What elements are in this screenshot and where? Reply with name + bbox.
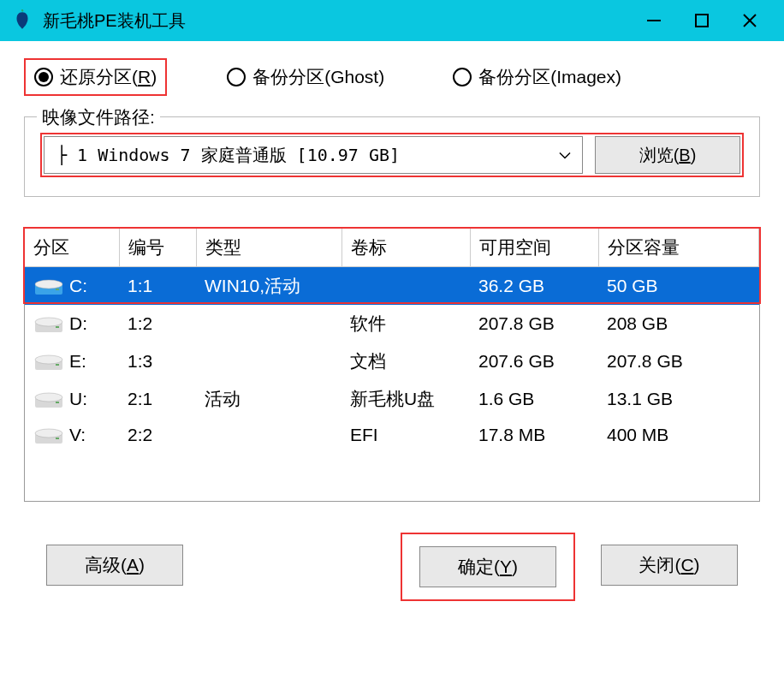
table-row[interactable]: C:1:1WIN10,活动36.2 GB50 GB [25,267,759,306]
radio-label: 备份分区(Imagex) [478,65,621,89]
cell-number: 2:1 [119,380,196,418]
cell-type: 活动 [196,380,342,418]
radio-label: 备份分区(Ghost) [252,65,384,89]
svg-point-8 [35,318,62,326]
main-content: 还原分区(R) 备份分区(Ghost) 备份分区(Imagex) 映像文件路径:… [0,41,784,601]
drive-icon [33,277,64,296]
svg-rect-9 [56,326,59,328]
drive-icon [33,315,64,334]
cell-capacity: 13.1 GB [598,380,759,418]
radio-icon [453,68,472,86]
group-legend: 映像文件路径: [37,105,160,129]
cell-type [196,418,342,452]
radio-backup-ghost[interactable]: 备份分区(Ghost) [218,58,393,96]
cell-label [342,267,470,306]
table-row[interactable]: D:1:2软件207.8 GB208 GB [25,305,759,342]
cell-label: 新毛桃U盘 [342,380,470,418]
close-button[interactable] [726,0,774,41]
radio-restore-partition[interactable]: 还原分区(R) [24,58,167,96]
dropdown-value: ├ 1 Windows 7 家庭普通版 [10.97 GB] [56,144,400,167]
svg-point-14 [35,393,62,402]
cell-free: 207.6 GB [470,342,598,380]
advanced-button-wrap: 高级(A) [46,545,183,601]
window-title: 新毛桃PE装机工具 [43,9,630,33]
cell-partition: U: [25,380,119,418]
cell-capacity: 50 GB [598,267,759,306]
chevron-down-icon [558,146,572,164]
table-body: C:1:1WIN10,活动36.2 GB50 GBD:1:2软件207.8 GB… [25,267,759,453]
cell-capacity: 400 MB [598,418,759,452]
radio-icon [227,68,246,86]
partition-table-container: 分区 编号 类型 卷标 可用空间 分区容量 C:1:1WIN10,活动36.2 … [24,228,760,502]
cell-type [196,305,342,342]
partition-table: 分区 编号 类型 卷标 可用空间 分区容量 C:1:1WIN10,活动36.2 … [25,229,759,452]
drive-icon [33,426,64,445]
svg-rect-6 [56,289,59,290]
col-label[interactable]: 卷标 [342,229,470,267]
svg-rect-18 [56,438,59,439]
cell-label: 软件 [342,305,470,342]
cell-partition: E: [25,342,119,380]
svg-rect-1 [696,15,708,27]
close-button-wrap: 关闭(C) [601,545,738,601]
svg-point-5 [35,280,62,289]
drive-icon [33,353,64,372]
radio-icon [34,68,53,86]
col-free[interactable]: 可用空间 [470,229,598,267]
table-header: 分区 编号 类型 卷标 可用空间 分区容量 [25,229,759,267]
advanced-button[interactable]: 高级(A) [46,545,183,586]
footer-buttons: 高级(A) 确定(Y) 关闭(C) [24,545,760,601]
cell-type: WIN10,活动 [196,267,342,306]
cell-number: 1:3 [119,342,196,380]
cell-free: 17.8 MB [470,418,598,452]
radio-backup-imagex[interactable]: 备份分区(Imagex) [444,58,630,96]
cell-number: 2:2 [119,418,196,452]
cell-free: 207.8 GB [470,305,598,342]
col-type[interactable]: 类型 [196,229,342,267]
col-number[interactable]: 编号 [119,229,196,267]
cell-label: 文档 [342,342,470,380]
col-capacity[interactable]: 分区容量 [598,229,759,267]
image-path-group: 映像文件路径: ├ 1 Windows 7 家庭普通版 [10.97 GB] 浏… [24,116,760,197]
col-partition[interactable]: 分区 [25,229,119,267]
app-logo-icon [10,9,34,33]
cell-label: EFI [342,418,470,452]
svg-point-17 [35,429,62,438]
cell-free: 1.6 GB [470,380,598,418]
table-row[interactable]: U:2:1活动新毛桃U盘1.6 GB13.1 GB [25,380,759,418]
cell-number: 1:1 [119,267,196,306]
ok-button-wrap: 确定(Y) [401,533,575,601]
image-path-dropdown[interactable]: ├ 1 Windows 7 家庭普通版 [10.97 GB] [44,136,583,174]
cell-partition: D: [25,305,119,342]
close-footer-button[interactable]: 关闭(C) [601,545,738,586]
cell-type [196,342,342,380]
browse-button[interactable]: 浏览(B) [595,136,740,174]
titlebar: 新毛桃PE装机工具 [0,0,784,41]
cell-partition: C: [25,267,119,306]
cell-capacity: 208 GB [598,305,759,342]
cell-partition: V: [25,418,119,452]
maximize-button[interactable] [678,0,726,41]
cell-number: 1:2 [119,305,196,342]
svg-rect-12 [56,364,59,366]
cell-capacity: 207.8 GB [598,342,759,380]
cell-free: 36.2 GB [470,267,598,306]
mode-radio-group: 还原分区(R) 备份分区(Ghost) 备份分区(Imagex) [24,58,760,96]
table-row[interactable]: V:2:2EFI17.8 MB400 MB [25,418,759,452]
table-row[interactable]: E:1:3文档207.6 GB207.8 GB [25,342,759,380]
ok-button[interactable]: 确定(Y) [419,546,556,587]
minimize-button[interactable] [630,0,678,41]
radio-label: 还原分区(R) [60,65,157,89]
image-path-row: ├ 1 Windows 7 家庭普通版 [10.97 GB] 浏览(B) [40,133,744,177]
drive-icon [33,390,64,409]
svg-rect-15 [56,402,59,403]
svg-point-11 [35,355,62,364]
